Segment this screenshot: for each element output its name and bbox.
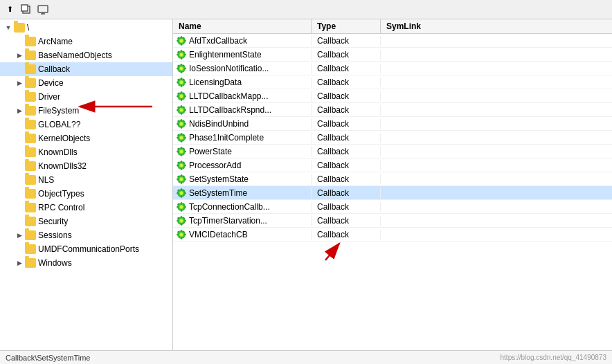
table-row[interactable]: VMCIDetachCBCallback bbox=[173, 228, 612, 242]
row-name-label: LLTDCallbackMapp... bbox=[189, 91, 269, 101]
svg-rect-66 bbox=[181, 127, 182, 129]
toolbar-back-button[interactable]: ⬆ bbox=[3, 3, 17, 17]
tree-item-global[interactable]: GLOBAL?? bbox=[0, 118, 172, 131]
table-row[interactable]: AfdTxdCallbackCallback bbox=[173, 34, 612, 48]
folder-icon-nls bbox=[25, 175, 36, 185]
table-row[interactable]: TcpConnectionCallb...Callback bbox=[173, 200, 612, 214]
folder-icon-sessions bbox=[25, 230, 36, 240]
row-name-cell: AfdTxdCallback bbox=[173, 35, 312, 46]
row-name-cell: EnlightenmentState bbox=[173, 49, 312, 60]
tree-item-driver[interactable]: Driver bbox=[0, 90, 172, 104]
svg-rect-110 bbox=[181, 188, 182, 190]
tree-item-basenamedobj[interactable]: ▶ BaseNamedObjects bbox=[0, 48, 172, 62]
svg-rect-39 bbox=[181, 85, 182, 87]
row-name-label: VMCIDetachCB bbox=[189, 230, 248, 239]
svg-rect-29 bbox=[181, 64, 182, 66]
svg-point-26 bbox=[180, 53, 183, 56]
table-row[interactable]: SetSystemTimeCallback bbox=[173, 186, 612, 200]
tree-item-rpccontrol[interactable]: RPC Control bbox=[0, 201, 172, 215]
row-name-label: SetSystemTime bbox=[189, 188, 247, 198]
row-type-cell: Callback bbox=[312, 64, 381, 73]
toolbar-monitor-button[interactable] bbox=[36, 3, 50, 17]
table-row[interactable]: LLTDCallbackMapp...Callback bbox=[173, 89, 612, 103]
table-row[interactable]: EnlightenmentStateCallback bbox=[173, 48, 612, 62]
row-type-cell: Callback bbox=[312, 147, 381, 156]
tree-label-filesystem: FileSystem bbox=[38, 106, 79, 116]
svg-rect-129 bbox=[181, 224, 182, 226]
svg-rect-67 bbox=[177, 123, 179, 125]
tree-item-filesystem[interactable]: ▶ FileSystem bbox=[0, 104, 172, 118]
tree-item-windows[interactable]: ▶ Windows bbox=[0, 256, 172, 270]
callback-icon bbox=[176, 63, 187, 74]
col-header-type: Type bbox=[312, 19, 381, 33]
svg-point-98 bbox=[180, 164, 183, 167]
tree-item-security[interactable]: Security bbox=[0, 215, 172, 228]
tree-item-kernelobjects[interactable]: KernelObjects bbox=[0, 131, 172, 145]
svg-rect-31 bbox=[177, 68, 179, 69]
svg-rect-83 bbox=[181, 147, 182, 149]
svg-rect-104 bbox=[184, 179, 186, 180]
callback-icon bbox=[176, 146, 187, 157]
tree-label-knowndlls32: KnownDlls32 bbox=[38, 161, 87, 171]
callback-icon bbox=[176, 104, 187, 116]
expander-basenamedobj[interactable]: ▶ bbox=[14, 50, 25, 61]
table-row[interactable]: TcpTimerStarvation...Callback bbox=[173, 214, 612, 228]
table-row[interactable]: SetSystemStateCallback bbox=[173, 172, 612, 186]
toolbar-copy-button[interactable] bbox=[19, 3, 33, 17]
table-row[interactable]: LicensingDataCallback bbox=[173, 75, 612, 89]
details-panel[interactable]: Name Type SymLink AfdTxdCallbackCallback bbox=[173, 19, 612, 350]
folder-icon-kernelobjects bbox=[25, 134, 36, 143]
svg-rect-84 bbox=[181, 154, 182, 156]
expander-filesystem[interactable]: ▶ bbox=[14, 105, 25, 116]
expander-kernelobjects bbox=[14, 133, 25, 144]
tree-item-sessions[interactable]: ▶ Sessions bbox=[0, 228, 172, 242]
tree-item-root[interactable]: ▼ \ bbox=[0, 21, 172, 35]
folder-icon-device bbox=[25, 78, 36, 88]
svg-point-89 bbox=[180, 150, 183, 153]
folder-icon-umdfcomm bbox=[25, 244, 36, 254]
tree-item-arcname[interactable]: ArcName bbox=[0, 35, 172, 48]
svg-rect-138 bbox=[181, 237, 182, 239]
svg-rect-95 bbox=[184, 165, 186, 166]
row-name-cell: VMCIDetachCB bbox=[173, 229, 312, 240]
monitor-icon bbox=[37, 4, 48, 15]
row-name-cell: PowerState bbox=[173, 146, 312, 157]
expander-windows[interactable]: ▶ bbox=[14, 257, 25, 269]
folder-icon-knowndlls32 bbox=[25, 161, 36, 171]
expander-callback bbox=[14, 64, 25, 75]
table-row[interactable]: PowerStateCallback bbox=[173, 145, 612, 158]
svg-point-17 bbox=[180, 39, 183, 42]
svg-rect-131 bbox=[184, 220, 186, 221]
svg-rect-130 bbox=[177, 220, 179, 221]
svg-rect-2 bbox=[38, 6, 48, 12]
tree-item-nls[interactable]: NLS bbox=[0, 173, 172, 187]
svg-point-44 bbox=[180, 81, 183, 84]
expander-root[interactable]: ▼ bbox=[3, 22, 14, 33]
table-row[interactable]: IoSessionNotificatio...Callback bbox=[173, 62, 612, 75]
tree-item-knowndlls[interactable]: KnownDlls bbox=[0, 145, 172, 159]
col-header-name: Name bbox=[173, 19, 312, 33]
svg-rect-32 bbox=[184, 68, 186, 69]
table-row[interactable]: Phase1InitCompleteCallback bbox=[173, 131, 612, 145]
tree-item-device[interactable]: ▶ Device bbox=[0, 76, 172, 90]
callback-icon bbox=[176, 132, 187, 143]
row-name-label: TcpConnectionCallb... bbox=[189, 202, 270, 212]
expander-sessions[interactable]: ▶ bbox=[14, 230, 25, 241]
table-row[interactable]: NdisBindUnbindCallback bbox=[173, 117, 612, 131]
svg-rect-102 bbox=[181, 182, 182, 184]
tree-item-objecttypes[interactable]: ObjectTypes bbox=[0, 187, 172, 201]
tree-item-callback[interactable]: Callback bbox=[0, 62, 172, 76]
folder-icon-driver bbox=[25, 92, 36, 102]
row-type-cell: Callback bbox=[312, 188, 381, 198]
tree-panel[interactable]: ▼ \ ArcName ▶ BaseNamedObjects Callback bbox=[0, 19, 173, 350]
tree-item-knowndlls32[interactable]: KnownDlls32 bbox=[0, 159, 172, 173]
table-row[interactable]: ProcessorAddCallback bbox=[173, 158, 612, 172]
svg-rect-93 bbox=[181, 168, 182, 170]
expander-device[interactable]: ▶ bbox=[14, 78, 25, 89]
svg-point-134 bbox=[180, 219, 183, 222]
svg-rect-119 bbox=[181, 202, 182, 204]
svg-point-53 bbox=[180, 95, 183, 98]
tree-item-umdfcomm[interactable]: UMDFCommunicationPorts bbox=[0, 242, 172, 256]
svg-rect-86 bbox=[184, 151, 186, 152]
table-row[interactable]: LLTDCallbackRspnd...Callback bbox=[173, 103, 612, 117]
